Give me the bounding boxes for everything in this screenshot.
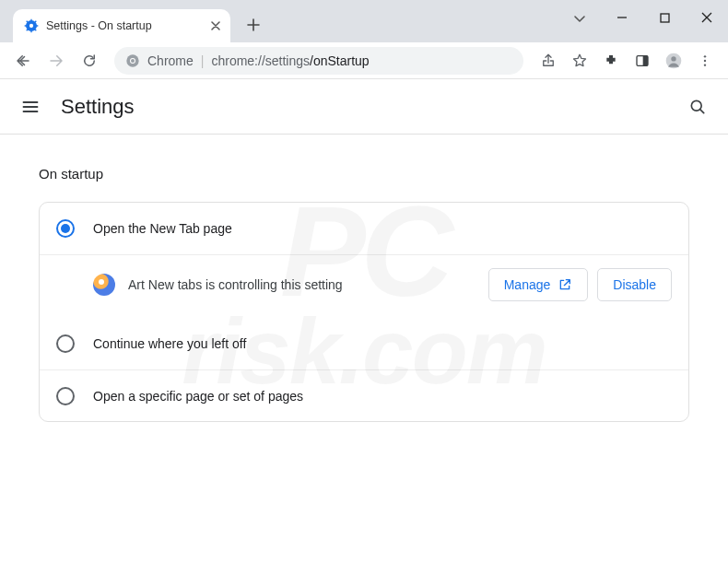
- extensions-icon[interactable]: [597, 47, 625, 75]
- settings-header: Settings: [0, 79, 728, 135]
- tab-search-icon[interactable]: [558, 4, 601, 31]
- extension-control-notice: Art New tabs is controlling this setting…: [40, 254, 688, 318]
- svg-point-1: [29, 24, 33, 28]
- close-tab-icon[interactable]: [208, 18, 223, 33]
- option-label: Continue where you left off: [93, 336, 246, 351]
- kebab-menu-icon[interactable]: [691, 47, 719, 75]
- option-label: Open the New Tab page: [93, 221, 232, 236]
- browser-toolbar: Chrome | chrome://settings/onStartup: [0, 42, 728, 79]
- browser-tab[interactable]: Settings - On startup: [13, 9, 230, 42]
- section-title: On startup: [39, 166, 689, 182]
- url-divider: |: [201, 53, 205, 68]
- nav-back-button[interactable]: [9, 47, 37, 75]
- search-icon[interactable]: [684, 93, 711, 121]
- toolbar-right: [534, 47, 719, 75]
- bookmark-star-icon[interactable]: [566, 47, 593, 75]
- svg-point-9: [671, 56, 675, 61]
- svg-point-10: [704, 55, 706, 57]
- side-panel-icon[interactable]: [628, 47, 656, 75]
- tab-title: Settings - On startup: [46, 19, 201, 32]
- svg-point-11: [704, 59, 706, 61]
- settings-content: On startup Open the New Tab page Art New…: [0, 135, 728, 453]
- svg-point-5: [131, 59, 135, 63]
- nav-forward-button[interactable]: [42, 47, 70, 75]
- new-tab-button[interactable]: [241, 13, 265, 37]
- window-minimize-button[interactable]: [601, 4, 643, 31]
- svg-point-12: [704, 64, 706, 65]
- radio-unselected-icon[interactable]: [56, 334, 75, 353]
- option-label: Open a specific page or set of pages: [93, 389, 303, 404]
- option-open-new-tab[interactable]: Open the New Tab page: [40, 203, 688, 254]
- address-bar[interactable]: Chrome | chrome://settings/onStartup: [114, 47, 523, 75]
- window-controls: [558, 0, 728, 42]
- profile-avatar-icon[interactable]: [660, 47, 687, 75]
- open-external-icon: [558, 277, 572, 292]
- svg-rect-2: [661, 14, 669, 22]
- url-text: chrome://settings/onStartup: [211, 53, 369, 68]
- extension-app-icon: [93, 274, 115, 296]
- radio-selected-icon[interactable]: [56, 219, 75, 238]
- share-icon[interactable]: [534, 47, 562, 75]
- svg-rect-7: [643, 55, 648, 65]
- url-scheme: Chrome: [147, 53, 194, 68]
- extension-notice-text: Art New tabs is controlling this setting: [128, 277, 476, 292]
- window-titlebar: Settings - On startup: [0, 0, 728, 42]
- manage-label: Manage: [504, 277, 551, 292]
- chrome-logo-icon: [125, 53, 140, 68]
- reload-button[interactable]: [76, 47, 103, 75]
- option-continue[interactable]: Continue where you left off: [40, 318, 688, 369]
- manage-extension-button[interactable]: Manage: [488, 268, 589, 301]
- disable-extension-button[interactable]: Disable: [597, 268, 672, 301]
- window-close-button[interactable]: [686, 4, 728, 31]
- page-title: Settings: [61, 95, 135, 119]
- radio-unselected-icon[interactable]: [56, 387, 75, 405]
- disable-label: Disable: [613, 277, 656, 292]
- option-specific-pages[interactable]: Open a specific page or set of pages: [40, 369, 688, 421]
- hamburger-menu-icon[interactable]: [17, 93, 44, 121]
- startup-options-card: Open the New Tab page Art New tabs is co…: [39, 202, 689, 422]
- settings-gear-icon: [24, 18, 39, 33]
- window-maximize-button[interactable]: [643, 4, 686, 31]
